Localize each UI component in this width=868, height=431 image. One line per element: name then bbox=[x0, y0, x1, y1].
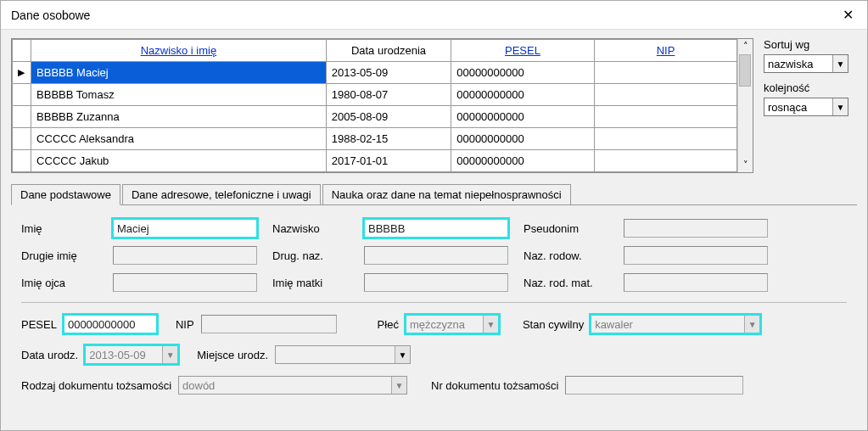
cell-nip bbox=[594, 84, 737, 106]
form-basic-data: Imię Maciej Nazwisko BBBBB Pseudonim Dru… bbox=[11, 204, 857, 413]
sort-by-label: Sortuj wg bbox=[764, 38, 857, 51]
cell-pesel: 00000000000 bbox=[451, 106, 595, 128]
input-imie[interactable]: Maciej bbox=[113, 219, 257, 238]
cell-nip bbox=[594, 128, 737, 150]
label-plec: Płeć bbox=[378, 318, 399, 331]
table-row[interactable]: ▶BBBBB Maciej2013-05-0900000000000 bbox=[13, 62, 737, 84]
cell-dob: 2013-05-09 bbox=[326, 62, 451, 84]
label-pesel: PESEL bbox=[21, 318, 57, 331]
input-data-urodz[interactable]: 2013-05-09 ▼ bbox=[85, 345, 178, 364]
close-icon: ✕ bbox=[843, 7, 854, 23]
col-header-pesel[interactable]: PESEL bbox=[451, 40, 595, 62]
row-indicator-icon bbox=[13, 84, 31, 106]
label-imie-matki: Imię matki bbox=[272, 277, 349, 289]
label-data-urodz: Data urodz. bbox=[21, 349, 78, 361]
sort-order-value: rosnąca bbox=[768, 101, 807, 114]
combo-rodzaj-doc-value: dowód bbox=[182, 379, 215, 392]
col-header-dob[interactable]: Data urodzenia bbox=[326, 40, 451, 62]
input-nazwisko[interactable]: BBBBB bbox=[364, 219, 508, 238]
label-naz-rodow: Naz. rodow. bbox=[524, 249, 608, 262]
sort-panel: Sortuj wg nazwiska ▼ kolejność rosnąca ▼ bbox=[764, 38, 857, 116]
combo-stan-cywilny[interactable]: kawaler ▼ bbox=[591, 315, 760, 333]
input-imie-matki[interactable] bbox=[364, 273, 508, 292]
chevron-down-icon: ▼ bbox=[483, 316, 498, 333]
sort-by-value: nazwiska bbox=[768, 58, 813, 70]
label-imie-ojca: Imię ojca bbox=[21, 277, 98, 289]
table-row[interactable]: BBBBB Zuzanna2005-08-0900000000000 bbox=[13, 106, 737, 128]
data-grid[interactable]: Nazwisko i imię Data urodzenia PESEL NIP… bbox=[11, 38, 753, 173]
tab-address-data[interactable]: Dane adresowe, telefoniczne i uwagi bbox=[122, 184, 321, 205]
cell-dob: 1980-08-07 bbox=[326, 84, 451, 106]
table-row[interactable]: CCCCC Jakub2017-01-0100000000000 bbox=[13, 150, 737, 172]
cell-nip bbox=[594, 150, 737, 172]
scrollbar-thumb[interactable] bbox=[739, 54, 751, 87]
combo-plec[interactable]: mężczyzna ▼ bbox=[406, 315, 499, 333]
titlebar: Dane osobowe ✕ bbox=[1, 1, 867, 30]
cell-name: BBBBB Tomasz bbox=[31, 84, 327, 106]
row-indicator-icon bbox=[13, 128, 31, 150]
combo-plec-value: mężczyzna bbox=[410, 318, 465, 331]
tab-bar: Dane podstawowe Dane adresowe, telefonic… bbox=[11, 183, 857, 204]
tab-education-disability[interactable]: Nauka oraz dane na temat niepełnosprawno… bbox=[322, 184, 571, 205]
input-naz-rodow[interactable] bbox=[624, 246, 768, 265]
input-nr-doc[interactable] bbox=[565, 376, 743, 395]
cell-nip bbox=[594, 106, 737, 128]
sort-order-label: kolejność bbox=[764, 81, 857, 94]
sort-order-combo[interactable]: rosnąca ▼ bbox=[764, 98, 848, 116]
combo-miejsce-urodz[interactable]: ▼ bbox=[275, 345, 411, 364]
cell-pesel: 00000000000 bbox=[451, 62, 595, 84]
row-indicator-icon bbox=[13, 106, 31, 128]
row-indicator-icon bbox=[13, 150, 31, 172]
label-drug-naz: Drug. naz. bbox=[272, 249, 349, 262]
label-naz-rod-mat: Naz. rod. mat. bbox=[524, 277, 608, 289]
label-nip: NIP bbox=[176, 318, 194, 331]
table-row[interactable]: CCCCC Aleksandra1988-02-1500000000000 bbox=[13, 128, 737, 150]
sort-by-combo[interactable]: nazwiska ▼ bbox=[764, 54, 848, 73]
tab-basic-data[interactable]: Dane podstawowe bbox=[11, 184, 120, 205]
scroll-up-icon[interactable]: ˄ bbox=[743, 41, 748, 52]
chevron-down-icon: ▼ bbox=[162, 346, 177, 363]
input-naz-rod-mat[interactable] bbox=[624, 273, 768, 292]
cell-pesel: 00000000000 bbox=[451, 128, 595, 150]
vertical-scrollbar[interactable]: ˄ ˅ bbox=[737, 39, 753, 172]
label-drugie-imie: Drugie imię bbox=[21, 249, 98, 262]
cell-name: BBBBB Zuzanna bbox=[31, 106, 327, 128]
input-drug-naz[interactable] bbox=[364, 246, 508, 265]
input-pesel[interactable]: 00000000000 bbox=[64, 315, 157, 333]
label-pseudonim: Pseudonim bbox=[524, 222, 608, 235]
cell-name: CCCCC Jakub bbox=[31, 150, 327, 172]
window: Dane osobowe ✕ Nazwisko i imię Data urod… bbox=[0, 0, 868, 431]
label-miejsce-urodz: Miejsce urodz. bbox=[197, 349, 268, 361]
combo-rodzaj-doc[interactable]: dowód ▼ bbox=[178, 376, 407, 395]
chevron-down-icon: ▼ bbox=[744, 316, 759, 333]
window-title: Dane osobowe bbox=[11, 8, 90, 22]
input-imie-ojca[interactable] bbox=[113, 273, 257, 292]
col-header-indicator bbox=[13, 40, 31, 62]
chevron-down-icon: ▼ bbox=[391, 377, 406, 394]
label-nr-doc: Nr dokumentu tożsamości bbox=[431, 379, 558, 392]
label-nazwisko: Nazwisko bbox=[272, 222, 349, 235]
cell-pesel: 00000000000 bbox=[451, 84, 595, 106]
cell-pesel: 00000000000 bbox=[451, 150, 595, 172]
input-pseudonim[interactable] bbox=[624, 219, 768, 238]
input-nip[interactable] bbox=[201, 315, 337, 333]
label-stan: Stan cywilny bbox=[523, 318, 584, 331]
chevron-down-icon: ▼ bbox=[395, 346, 410, 363]
combo-stan-value: kawaler bbox=[595, 318, 633, 331]
input-data-urodz-value: 2013-05-09 bbox=[89, 349, 146, 361]
chevron-down-icon: ▼ bbox=[832, 98, 848, 115]
chevron-down-icon: ▼ bbox=[832, 55, 848, 72]
col-header-name[interactable]: Nazwisko i imię bbox=[31, 40, 327, 62]
close-button[interactable]: ✕ bbox=[828, 1, 867, 30]
cell-dob: 2005-08-09 bbox=[326, 106, 451, 128]
label-rodzaj-doc: Rodzaj dokumentu tożsamości bbox=[21, 379, 171, 392]
cell-name: BBBBB Maciej bbox=[31, 62, 327, 84]
col-header-nip[interactable]: NIP bbox=[594, 40, 737, 62]
label-imie: Imię bbox=[21, 222, 98, 235]
cell-nip bbox=[594, 62, 737, 84]
table-row[interactable]: BBBBB Tomasz1980-08-0700000000000 bbox=[13, 84, 737, 106]
input-drugie-imie[interactable] bbox=[113, 246, 257, 265]
row-indicator-icon: ▶ bbox=[13, 62, 31, 84]
cell-dob: 1988-02-15 bbox=[326, 128, 451, 150]
scroll-down-icon[interactable]: ˅ bbox=[743, 160, 748, 171]
